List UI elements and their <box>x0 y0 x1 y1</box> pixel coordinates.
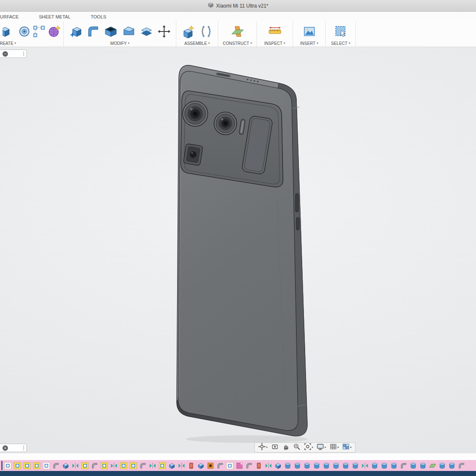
timeline-feature-body[interactable] <box>371 462 378 469</box>
timeline-feature-body[interactable] <box>294 462 301 469</box>
timeline-feature-body[interactable] <box>352 462 359 469</box>
timeline-feature-body[interactable] <box>284 462 291 469</box>
pan-button[interactable] <box>281 442 291 452</box>
timeline-feature-body[interactable] <box>303 462 311 469</box>
timeline-feature-sketch_hl[interactable] <box>120 462 127 469</box>
timeline-feature-fillet[interactable] <box>246 462 253 469</box>
shell-icon[interactable] <box>104 25 118 38</box>
sketch-icon[interactable] <box>32 25 46 38</box>
move-copy-icon[interactable] <box>157 25 171 38</box>
timeline-feature-decal[interactable] <box>236 462 243 469</box>
extrude-icon[interactable] <box>3 25 16 38</box>
chevron-down-icon: ▾ <box>324 446 326 449</box>
display-settings-button[interactable]: ▾ <box>315 442 327 452</box>
timeline-feature-body[interactable] <box>390 462 398 469</box>
timeline-feature-fillet[interactable] <box>139 462 146 469</box>
toolbar-group-label[interactable]: SELECT <box>331 41 348 46</box>
timeline-feature-hole[interactable] <box>207 462 214 469</box>
toolbar-group-label[interactable]: INSERT <box>300 41 316 46</box>
timeline-feature-mirror[interactable] <box>361 462 369 469</box>
select-icon[interactable] <box>334 25 348 38</box>
toolbar-group-label[interactable]: INSPECT <box>264 41 282 46</box>
chevron-down-icon: ▾ <box>350 446 352 449</box>
measure-icon[interactable] <box>268 25 282 38</box>
timeline-feature-sketch_hl[interactable] <box>24 462 31 469</box>
timeline-feature-fillet[interactable] <box>52 462 60 469</box>
timeline-feature-body[interactable] <box>342 462 349 469</box>
timeline-feature-sketch_hl[interactable] <box>101 462 108 469</box>
chevron-down-icon: ▾ <box>266 446 268 449</box>
collapse-icon[interactable]: − <box>3 51 8 57</box>
timeline-feature-body[interactable] <box>313 462 320 469</box>
tab-tools[interactable]: TOOLS <box>91 14 106 19</box>
toolbar-group-label[interactable]: CONSTRUCT <box>223 41 249 46</box>
timeline-feature-sketch_hl[interactable] <box>159 462 166 469</box>
camera-periscope-sensor <box>183 144 203 166</box>
timeline-feature-sketch[interactable] <box>4 462 11 469</box>
timeline-feature-sketch_hl[interactable] <box>81 462 89 469</box>
view-navigation-bar: ▾▾▾▾▾ <box>254 442 356 452</box>
timeline-feature-body[interactable] <box>410 462 417 469</box>
panel-grip <box>24 445 24 450</box>
timeline-feature-extrude[interactable] <box>197 462 204 469</box>
timeline-feature-sketch[interactable] <box>226 462 233 469</box>
timeline-feature-mirror[interactable] <box>110 462 118 469</box>
press-pull-icon[interactable] <box>69 25 82 38</box>
camera-lens-ultrawide <box>214 112 237 135</box>
zoom-button[interactable] <box>292 442 302 452</box>
offset-face-icon[interactable] <box>140 25 153 38</box>
timeline-feature-mirror[interactable] <box>265 462 272 469</box>
timeline-feature-mirror[interactable] <box>72 462 79 469</box>
timeline-feature-extrude[interactable] <box>168 462 175 469</box>
timeline-feature-sketch_hl[interactable] <box>33 462 40 469</box>
chevron-down-icon: ▾ <box>284 42 285 45</box>
browser-panel-toggle[interactable]: − <box>0 50 27 58</box>
revolve-icon[interactable] <box>18 25 31 38</box>
toolbar-group-label[interactable]: MODIFY <box>110 41 127 46</box>
chamfer-icon[interactable] <box>122 25 136 38</box>
timeline-feature-fillet[interactable] <box>400 462 407 469</box>
timeline-feature-fillet[interactable] <box>458 462 465 469</box>
timeline-feature-body[interactable] <box>419 462 426 469</box>
viewport-canvas[interactable]: − + ▾▾▾▾▾ <box>0 47 476 453</box>
construction-plane-icon[interactable] <box>231 25 244 38</box>
create-form-icon[interactable] <box>47 25 61 38</box>
timeline-feature-sketch_hl[interactable] <box>130 462 137 469</box>
phone-3d-model[interactable] <box>167 61 318 447</box>
toolbar-group-label[interactable]: CREATE <box>0 41 13 46</box>
timeline-feature-plane[interactable] <box>429 462 436 469</box>
timeline-feature-fillet[interactable] <box>217 462 224 469</box>
look-at-icon <box>271 443 279 452</box>
comments-panel-toggle[interactable]: + <box>0 444 27 452</box>
timeline-feature-extrude[interactable] <box>62 462 69 469</box>
insert-canvas-icon[interactable] <box>303 25 316 38</box>
timeline-gap-strip <box>0 453 476 460</box>
timeline-feature-mirror[interactable] <box>149 462 156 469</box>
timeline-feature-body[interactable] <box>439 462 446 469</box>
timeline-feature-body[interactable] <box>448 462 455 469</box>
fit-button[interactable]: ▾ <box>303 442 315 452</box>
viewports-button[interactable]: ▾ <box>341 442 353 452</box>
fillet-icon[interactable] <box>86 25 100 38</box>
joint-icon[interactable] <box>199 25 213 38</box>
look-at-button[interactable] <box>270 442 280 452</box>
expand-icon[interactable]: + <box>3 445 8 451</box>
timeline-feature-thread[interactable] <box>188 462 195 469</box>
timeline-feature-body[interactable] <box>381 462 388 469</box>
timeline-playhead[interactable] <box>1 461 3 470</box>
timeline-feature-mirror[interactable] <box>178 462 185 469</box>
timeline-feature-sketch[interactable] <box>43 462 50 469</box>
orbit-button[interactable]: ▾ <box>257 442 269 452</box>
timeline-feature-extrude[interactable] <box>275 462 282 469</box>
timeline-feature-sketch_hl[interactable] <box>14 462 21 469</box>
tab-sheet-metal[interactable]: SHEET METAL <box>39 14 71 19</box>
new-component-icon[interactable] <box>181 25 195 38</box>
chevron-down-icon: ▾ <box>251 42 252 45</box>
tab-urface[interactable]: URFACE <box>0 14 19 19</box>
timeline-feature-body[interactable] <box>332 462 340 469</box>
timeline-feature-fillet[interactable] <box>91 462 98 469</box>
timeline-feature-thread[interactable] <box>255 462 262 469</box>
layout-grid-button[interactable]: ▾ <box>328 442 340 452</box>
timeline-feature-body[interactable] <box>323 462 330 469</box>
toolbar-group-label[interactable]: ASSEMBLE <box>184 41 207 46</box>
